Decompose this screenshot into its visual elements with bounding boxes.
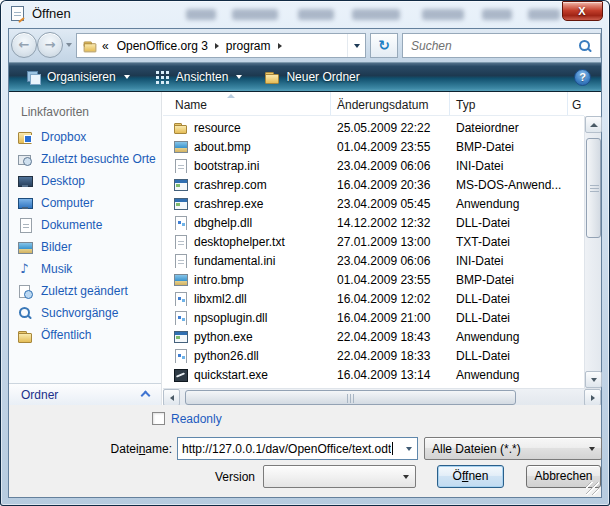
filename-value: http://127.0.0.1/dav/OpenOffice/text.odt [178,442,391,456]
favorites-header: Linkfavoriten [21,105,89,119]
filename-input[interactable]: http://127.0.0.1/dav/OpenOffice/text.odt [177,437,418,460]
table-row[interactable]: about.bmp 01.04.2009 23:55 BMP-Datei [163,137,584,156]
file-type-icon [173,215,188,230]
sidebar-item--ffentlich[interactable]: Öffentlich [17,327,157,343]
table-row[interactable]: crashrep.com 16.04.2009 20:36 MS-DOS-Anw… [163,175,584,194]
filename-dropdown-button[interactable] [401,438,417,459]
table-row[interactable]: bootstrap.ini 23.04.2009 06:06 INI-Datei [163,156,584,175]
filetype-select[interactable]: Alle Dateien (*.*) [424,437,602,460]
organize-button[interactable]: Organisieren [17,66,138,88]
sidebar-item-label: Zuletzt besuchte Orte [41,152,156,166]
breadcrumb-separator-icon[interactable] [215,43,219,49]
search-box[interactable]: Suchen [402,33,601,58]
file-type-icon [173,139,188,154]
table-row[interactable]: quickstart.exe 16.04.2009 13:14 Anwendun… [163,365,584,384]
command-toolbar: Organisieren Ansichten Neuer Ordner ? [9,62,601,92]
file-name: bootstrap.ini [194,159,259,173]
table-row[interactable]: npsoplugin.dll 16.04.2009 21:00 DLL-Date… [163,308,584,327]
sidebar-item-suchvorg-nge[interactable]: Suchvorgänge [17,305,157,321]
folders-label: Ordner [21,388,58,402]
sidebar-item-dropbox[interactable]: Dropbox [17,129,157,145]
sidebar-item-icon [17,129,33,145]
help-button[interactable]: ? [574,69,591,86]
table-row[interactable]: libxml2.dll 16.04.2009 12:02 DLL-Datei [163,289,584,308]
horizontal-scrollbar[interactable] [163,388,601,405]
column-header-date[interactable]: Änderungsdatum [331,92,450,115]
column-header-type[interactable]: Typ [450,92,568,115]
sidebar-item-icon [17,283,33,299]
table-row[interactable]: dbghelp.dll 14.12.2002 12:32 DLL-Datei [163,213,584,232]
glass-blur-blob [482,9,512,20]
column-label: Änderungsdatum [337,98,428,112]
forward-button[interactable]: → [37,32,63,58]
new-folder-button[interactable]: Neuer Ordner [256,66,367,88]
close-button[interactable]: X [562,1,603,21]
file-date: 23.04.2009 06:06 [331,159,450,173]
views-button[interactable]: Ansichten [146,66,251,88]
readonly-label[interactable]: Readonly [171,412,222,426]
file-type: TXT-Datei [450,235,584,249]
sidebar-item-zuletzt-besuchte-orte[interactable]: Zuletzt besuchte Orte [17,151,157,167]
document-icon [11,6,24,21]
open-button[interactable]: Öffnen [437,465,504,488]
file-date: 16.04.2009 13:14 [331,368,450,382]
breadcrumb-item-openoffice[interactable]: OpenOffice.org 3 [113,39,212,53]
version-select[interactable] [263,465,416,488]
sidebar-item-icon [17,151,33,167]
file-name: npsoplugin.dll [194,311,267,325]
horizontal-scroll-thumb[interactable] [185,390,516,405]
table-row[interactable]: intro.bmp 01.04.2009 23:55 BMP-Datei [163,270,584,289]
history-dropdown-icon[interactable] [66,43,72,47]
address-dropdown-button[interactable] [347,34,365,57]
organize-icon [25,69,41,85]
chevron-down-icon [354,44,360,48]
titlebar[interactable]: Öffnen X [0,0,610,28]
table-row[interactable]: fundamental.ini 23.04.2009 06:06 INI-Dat… [163,251,584,270]
file-name: desktophelper.txt [194,235,285,249]
sidebar-item-musik[interactable]: Musik [17,261,157,277]
scroll-up-button[interactable] [585,116,602,133]
file-list: Name Änderungsdatum Typ G resource 25. [163,92,601,405]
sidebar-item-computer[interactable]: Computer [17,195,157,211]
refresh-button[interactable]: ↻ [370,33,398,58]
breadcrumb-separator-icon[interactable] [278,43,282,49]
file-date: 27.01.2009 13:00 [331,235,450,249]
table-row[interactable]: python26.dll 22.04.2009 18:33 DLL-Datei [163,346,584,365]
triangle-left-icon [170,395,174,401]
vertical-scrollbar[interactable] [584,116,601,388]
sidebar-item-zuletzt-ge-ndert[interactable]: Zuletzt geändert [17,283,157,299]
chevron-down-icon [589,447,595,451]
column-header-size[interactable]: G [568,92,584,115]
table-row[interactable]: desktophelper.txt 27.01.2009 13:00 TXT-D… [163,232,584,251]
breadcrumb-item-program[interactable]: program [222,39,275,53]
navigation-pane: Linkfavoriten Dropbox Zuletzt besuchte O… [9,92,162,405]
resize-grip[interactable] [586,482,599,495]
vertical-scroll-thumb[interactable] [586,138,601,238]
file-type: INI-Datei [450,159,584,173]
sidebar-item-dokumente[interactable]: Dokumente [17,217,157,233]
glass-blur-blob [186,9,216,20]
file-type: INI-Datei [450,254,584,268]
table-row[interactable]: resource 25.05.2009 22:22 Dateiordner [163,118,584,137]
table-row[interactable]: python.exe 22.04.2009 18:43 Anwendung [163,327,584,346]
readonly-checkbox[interactable] [152,412,165,425]
breadcrumb-bar[interactable]: « OpenOffice.org 3 program [76,33,366,58]
chevron-down-icon [403,475,409,479]
scroll-down-button[interactable] [585,371,602,388]
help-icon: ? [579,71,586,83]
sidebar-item-bilder[interactable]: Bilder [17,239,157,255]
favorites-list: Dropbox Zuletzt besuchte Orte Desktop Co… [17,129,157,343]
sidebar-item-label: Suchvorgänge [41,306,118,320]
scroll-right-button[interactable] [584,389,601,406]
sidebar-item-icon [17,261,33,277]
folders-bar[interactable]: Ordner [9,383,161,405]
file-type: DLL-Datei [450,292,584,306]
scroll-left-button[interactable] [163,389,180,406]
breadcrumb-collapse[interactable]: « [98,39,113,53]
table-row[interactable]: crashrep.exe 23.04.2009 05:45 Anwendung [163,194,584,213]
back-button[interactable]: ← [11,32,37,58]
column-label: Name [175,98,207,112]
column-header-name[interactable]: Name [163,92,331,115]
file-type: Anwendung [450,368,584,382]
sidebar-item-desktop[interactable]: Desktop [17,173,157,189]
